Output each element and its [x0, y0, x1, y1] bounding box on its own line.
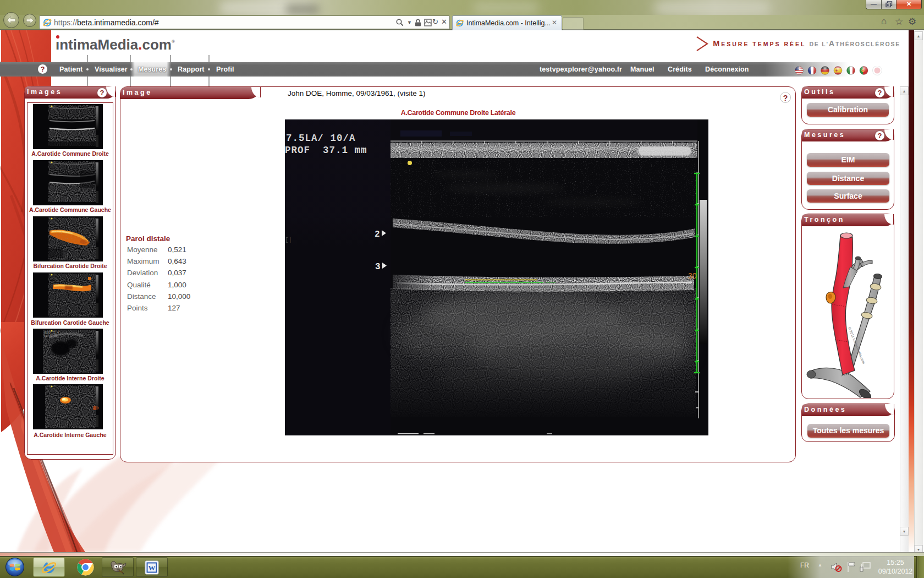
- svg-text:2: 2: [375, 230, 380, 239]
- svg-text:11 40:33: 11 40:33: [44, 335, 57, 338]
- svg-text:30: 30: [688, 271, 697, 280]
- svg-text:3: 3: [375, 262, 381, 272]
- svg-text:7.5LA/ 10/A: 7.5LA/ 10/A: [286, 133, 356, 144]
- svg-text:W: W: [148, 564, 156, 572]
- svg-text:[|: [|: [285, 237, 292, 243]
- svg-text:PROF 37.1 mm: PROF 37.1 mm: [285, 145, 367, 156]
